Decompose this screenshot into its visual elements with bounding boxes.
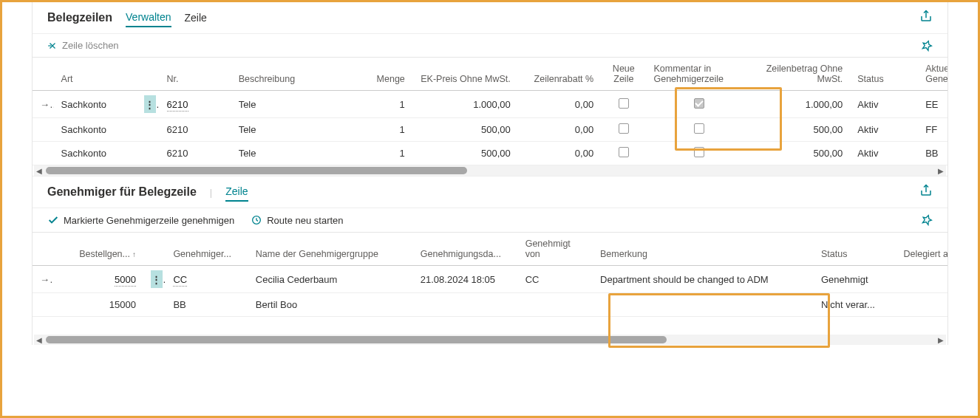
cell-delegiert bbox=[896, 293, 947, 317]
cell-bestellgen: 15000 bbox=[53, 293, 143, 317]
checkbox-kommentar[interactable] bbox=[694, 147, 704, 157]
table-row[interactable]: → Sachkonto ⋮ 6210 Tele 1 1.000,00 0,00 … bbox=[33, 91, 947, 118]
cell-beschreibung: Tele bbox=[231, 118, 352, 142]
pin-icon[interactable] bbox=[921, 214, 933, 226]
col-menge[interactable]: Menge bbox=[352, 58, 412, 91]
cell-status: Aktiv bbox=[850, 118, 918, 142]
cell-rabatt: 0,00 bbox=[518, 142, 601, 165]
col-beschreibung[interactable]: Beschreibung bbox=[231, 58, 352, 91]
section-title: Genehmiger für Belegzeile bbox=[47, 185, 197, 199]
cell-nr[interactable]: 6210 bbox=[167, 99, 188, 112]
checkbox-neuezeile[interactable] bbox=[619, 98, 629, 109]
tab-zeile-2[interactable]: Zeile bbox=[225, 182, 248, 202]
col-zeilenbetrag[interactable]: Zeilenbetrag Ohne MwSt. bbox=[752, 58, 850, 91]
cell-beschreibung: Tele bbox=[231, 142, 352, 165]
cell-rabatt: 0,00 bbox=[518, 118, 601, 142]
restart-label: Route neu starten bbox=[267, 215, 343, 226]
cell-aktueller: EE bbox=[918, 91, 947, 118]
cell-status: Aktiv bbox=[850, 91, 918, 118]
col-von[interactable]: Genehmigt von bbox=[518, 233, 593, 266]
col-nr[interactable]: Nr. bbox=[160, 58, 231, 91]
belegzeilen-table: Art Nr. Beschreibung Menge EK-Preis Ohne… bbox=[33, 58, 947, 165]
cell-status: Nicht verar... bbox=[814, 293, 896, 317]
toolbar-belegzeilen: Zeile löschen bbox=[33, 33, 947, 57]
col-kommentar[interactable]: Kommentar in Genehmigerzeile bbox=[646, 58, 752, 91]
cell-art: Sachkonto bbox=[54, 142, 137, 165]
cell-bestellgen[interactable]: 5000 bbox=[115, 274, 136, 287]
pin-icon[interactable] bbox=[921, 40, 933, 52]
col-art[interactable]: Art bbox=[54, 58, 137, 91]
tab-verwalten[interactable]: Verwalten bbox=[126, 8, 171, 27]
cell-status: Aktiv bbox=[850, 142, 918, 165]
restart-icon bbox=[251, 214, 262, 226]
cell-genehmiger[interactable]: CC bbox=[173, 274, 187, 287]
row-indicator-icon: → bbox=[40, 99, 50, 110]
table-row[interactable]: Sachkonto 6210 Tele 1 500,00 0,00 500,00… bbox=[33, 118, 947, 142]
tab-zeile[interactable]: Zeile bbox=[185, 9, 207, 27]
genehmiger-table: Bestellgen...↑ Genehmiger... Name der Ge… bbox=[33, 233, 947, 317]
delete-line-button[interactable]: Zeile löschen bbox=[47, 40, 119, 51]
col-ekpreis[interactable]: EK-Preis Ohne MwSt. bbox=[412, 58, 518, 91]
restart-route-button[interactable]: Route neu starten bbox=[251, 214, 343, 226]
col-status[interactable]: Status bbox=[850, 58, 918, 91]
cell-bemerkung bbox=[593, 293, 814, 317]
scroll-left-icon[interactable]: ◀ bbox=[34, 165, 44, 176]
cell-ekpreis: 500,00 bbox=[412, 142, 518, 165]
cell-betrag: 500,00 bbox=[752, 142, 850, 165]
col-aktueller[interactable]: Aktueller Genehm bbox=[918, 58, 947, 91]
table-row[interactable]: 15000 BB Bertil Boo Nicht verar... bbox=[33, 293, 947, 317]
cell-ekpreis: 500,00 bbox=[412, 118, 518, 142]
checkbox-neuezeile[interactable] bbox=[619, 123, 629, 134]
col-zeilenrabatt[interactable]: Zeilenrabatt % bbox=[518, 58, 601, 91]
cell-rabatt: 0,00 bbox=[518, 91, 601, 118]
scroll-right-icon[interactable]: ▶ bbox=[936, 335, 946, 345]
cell-genehmiger: BB bbox=[166, 293, 248, 317]
share-icon[interactable] bbox=[919, 10, 933, 23]
cell-delegiert bbox=[896, 266, 947, 293]
cell-ekpreis: 1.000,00 bbox=[412, 91, 518, 118]
cell-aktueller: FF bbox=[918, 118, 947, 142]
cell-aktueller: BB bbox=[918, 142, 947, 165]
cell-art: Sachkonto bbox=[54, 91, 137, 118]
row-menu-button[interactable]: ⋮ bbox=[151, 270, 163, 288]
col-delegiert[interactable]: Delegiert an bbox=[896, 233, 947, 266]
scroll-right-icon[interactable]: ▶ bbox=[936, 165, 946, 176]
col-datum[interactable]: Genehmigungsda... bbox=[413, 233, 518, 266]
col-bestellgen[interactable]: Bestellgen...↑ bbox=[53, 233, 143, 266]
table-row[interactable]: Sachkonto 6210 Tele 1 500,00 0,00 500,00… bbox=[33, 142, 947, 165]
sort-asc-icon: ↑ bbox=[132, 250, 136, 258]
checkbox-kommentar[interactable] bbox=[694, 98, 704, 109]
delete-icon bbox=[47, 41, 58, 51]
cell-menge: 1 bbox=[352, 142, 412, 165]
col-gruppenname[interactable]: Name der Genehmigergruppe bbox=[248, 233, 413, 266]
cell-nr: 6210 bbox=[160, 118, 231, 142]
checkbox-neuezeile[interactable] bbox=[619, 147, 629, 157]
cell-nr: 6210 bbox=[160, 142, 231, 165]
col-genehmiger[interactable]: Genehmiger... bbox=[166, 233, 248, 266]
cell-betrag: 1.000,00 bbox=[752, 91, 850, 118]
scrollbar-thumb[interactable] bbox=[46, 167, 467, 174]
delete-line-label: Zeile löschen bbox=[62, 40, 119, 51]
scrollbar-thumb[interactable] bbox=[46, 336, 667, 343]
approve-button[interactable]: Markierte Genehmigerzeile genehmigen bbox=[47, 214, 234, 226]
section-title: Belegzeilen bbox=[47, 11, 112, 24]
table-row[interactable]: → 5000 ⋮ CC Cecilia Cederbaum 21.08.2024… bbox=[33, 266, 947, 293]
row-menu-button[interactable]: ⋮ bbox=[144, 95, 156, 113]
horizontal-scrollbar[interactable]: ◀ ▶ bbox=[34, 165, 946, 176]
cell-von: CC bbox=[518, 266, 593, 293]
col-neuezeile[interactable]: Neue Zeile bbox=[601, 58, 646, 91]
horizontal-scrollbar[interactable]: ◀ ▶ bbox=[34, 335, 946, 345]
col-bemerkung[interactable]: Bemerkung bbox=[593, 233, 814, 266]
cell-von bbox=[518, 293, 593, 317]
approve-label: Markierte Genehmigerzeile genehmigen bbox=[64, 215, 234, 226]
toolbar-genehmiger: Markierte Genehmigerzeile genehmigen Rou… bbox=[33, 208, 947, 232]
scroll-left-icon[interactable]: ◀ bbox=[34, 335, 44, 345]
cell-betrag: 500,00 bbox=[752, 118, 850, 142]
cell-status: Genehmigt bbox=[814, 266, 896, 293]
checkbox-kommentar[interactable] bbox=[694, 123, 704, 134]
col-status2[interactable]: Status bbox=[814, 233, 896, 266]
share-icon[interactable] bbox=[919, 184, 933, 197]
cell-menge: 1 bbox=[352, 91, 412, 118]
section-header-belegzeilen: Belegzeilen Verwalten Zeile bbox=[33, 2, 947, 33]
cell-menge: 1 bbox=[352, 118, 412, 142]
